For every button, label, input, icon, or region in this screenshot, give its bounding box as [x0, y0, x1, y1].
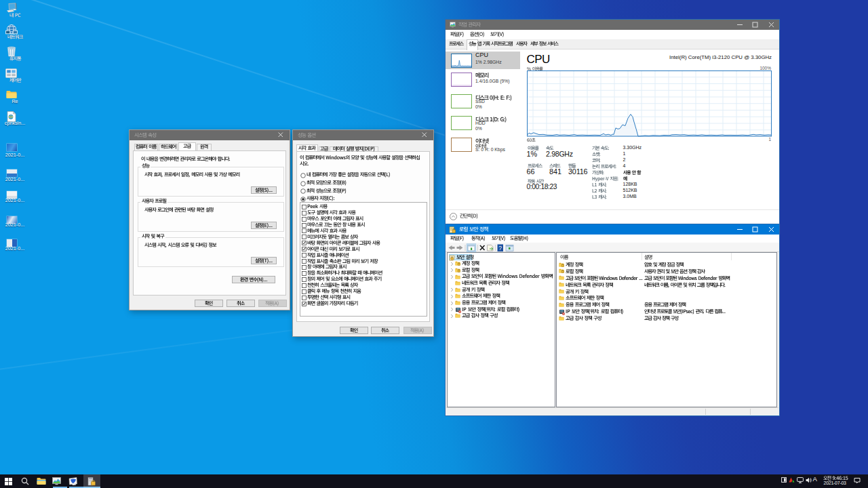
- svg-text:?: ?: [498, 244, 502, 251]
